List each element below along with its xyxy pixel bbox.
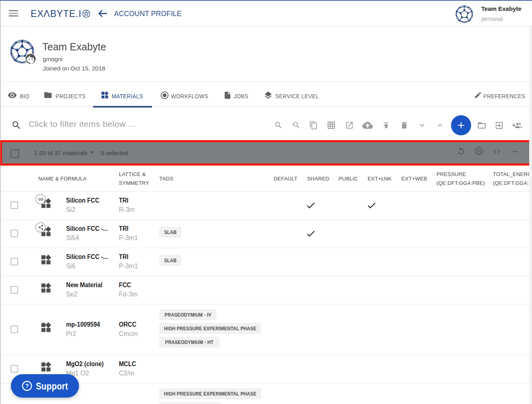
svg-text:?: ? [25, 383, 29, 389]
